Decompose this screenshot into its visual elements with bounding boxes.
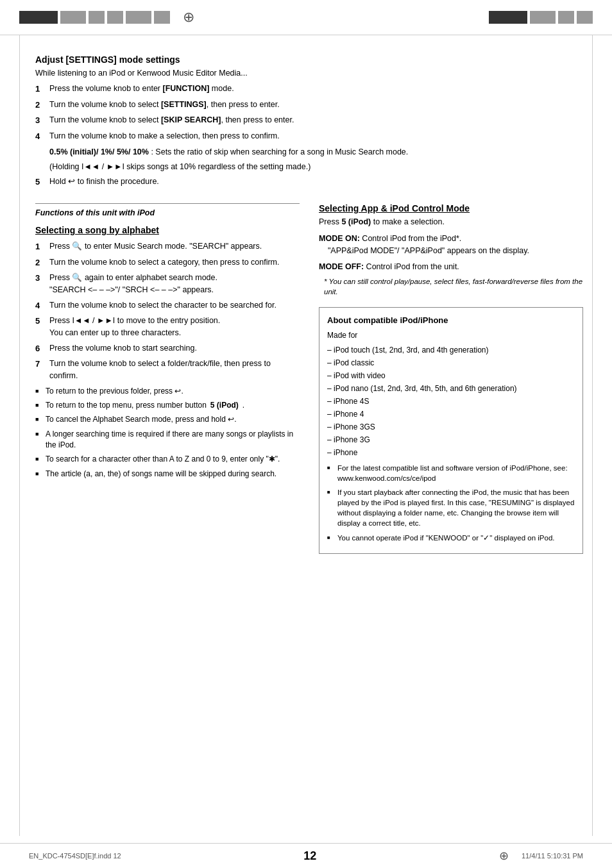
header-block [107, 11, 123, 24]
compat-device-list: iPod touch (1st, 2nd, 3rd, and 4th gener… [327, 344, 575, 459]
footer-file-label: EN_KDC-4754SD[E]f.indd 12 [29, 852, 121, 860]
compat-device: iPhone 3G [327, 433, 575, 446]
step-text: Press 🔍 to enter Music Search mode. "SEA… [49, 240, 300, 253]
footer-compass-icon: ⊕ [499, 849, 509, 863]
compat-device: iPod nano (1st, 2nd, 3rd, 4th, 5th, and … [327, 382, 575, 395]
app-instruction: Press 5 (iPod) to make a selection. [319, 217, 583, 226]
step4-holding: (Holding I◄◄ / ►►I skips songs at 10% re… [49, 161, 583, 173]
bullet-item: To return to the previous folder, press … [35, 386, 300, 397]
made-for-label: Made for [327, 330, 575, 341]
step-num: 2 [35, 256, 44, 269]
margin-line-right [592, 35, 593, 836]
header-block [126, 11, 151, 24]
step-num: 5 [35, 315, 44, 339]
right-column: Selecting App & iPod Control Mode Press … [319, 203, 583, 554]
song-step-6: 6 Press the volume knob to start searchi… [35, 342, 300, 355]
step-text: Turn the volume knob to select a categor… [49, 256, 300, 269]
song-step-4: 4 Turn the volume knob to select the cha… [35, 299, 300, 312]
header-bar: ⊕ [0, 0, 612, 35]
content-area: Adjust [SETTINGS] mode settings While li… [0, 35, 612, 843]
header-block [60, 11, 86, 24]
step-num: 6 [35, 342, 44, 355]
step-text: Hold ↩ to finish the procedure. [49, 176, 583, 188]
step-num: 1 [35, 240, 44, 253]
step-text: Press the volume knob to enter [FUNCTION… [49, 83, 583, 96]
step-num: 2 [35, 99, 44, 112]
selecting-song-steps: 1 Press 🔍 to enter Music Search mode. "S… [35, 240, 300, 382]
mode-off-label: MODE OFF: [319, 262, 364, 271]
margin-line-left [19, 35, 20, 836]
functions-header: Functions of this unit with iPod [35, 203, 300, 217]
adjust-settings-step5: 5 Hold ↩ to finish the procedure. [35, 176, 583, 188]
page-number: 12 [303, 849, 316, 863]
bullet-item: To return to the top menu, press number … [35, 400, 300, 411]
header-block [530, 11, 556, 24]
header-decoration-right [489, 11, 593, 24]
step-text: Press 🔍 again to enter alphabet search m… [49, 272, 300, 296]
compat-bullets: For the latest compatible list and softw… [327, 463, 575, 543]
selecting-app-title: Selecting App & iPod Control Mode [319, 203, 583, 213]
step-3: 3 Turn the volume knob to select [SKIP S… [35, 114, 583, 127]
footer-date-label: 11/4/11 5:10:31 PM [522, 852, 583, 860]
adjust-settings-section: Adjust [SETTINGS] mode settings While li… [35, 54, 583, 192]
header-block [19, 11, 58, 24]
selecting-app-section: Selecting App & iPod Control Mode Press … [319, 203, 583, 297]
compat-bullet: If you start playback after connecting t… [327, 487, 575, 528]
compat-device: iPhone 4 [327, 408, 575, 421]
compat-device: iPod classic [327, 356, 575, 369]
compat-bullet: For the latest compatible list and softw… [327, 463, 575, 483]
left-column: Functions of this unit with iPod Selecti… [35, 203, 300, 554]
bullet-item: The article (a, an, the) of songs name w… [35, 469, 300, 480]
compat-device: iPod with video [327, 369, 575, 382]
selecting-song-title: Selecting a song by alphabet [35, 225, 300, 235]
bullet-item: To cancel the Alphabet Search mode, pres… [35, 414, 300, 425]
step-num: 3 [35, 272, 44, 296]
step-num: 1 [35, 83, 44, 96]
two-col-layout: Functions of this unit with iPod Selecti… [35, 203, 583, 554]
header-block [489, 11, 527, 24]
step4-bold: 0.5% (initial)/ 1%/ 5%/ 10% [49, 147, 149, 156]
step-2: 2 Turn the volume knob to select [SETTIN… [35, 99, 583, 112]
step-5: 5 Hold ↩ to finish the procedure. [35, 176, 583, 188]
song-step-7: 7 Turn the volume knob to select a folde… [35, 358, 300, 382]
song-step-1: 1 Press 🔍 to enter Music Search mode. "S… [35, 240, 300, 253]
compat-box-title: About compatible iPod/iPhone [327, 314, 575, 327]
compat-device: iPhone [327, 446, 575, 459]
selecting-song-section: Selecting a song by alphabet 1 Press 🔍 t… [35, 225, 300, 480]
compat-device: iPhone 4S [327, 395, 575, 408]
step-text: Turn the volume knob to select the chara… [49, 299, 300, 312]
header-block [89, 11, 105, 24]
mode-note: * You can still control play/pause, sele… [324, 276, 583, 297]
step-num: 3 [35, 114, 44, 127]
step-text: Press I◄◄ / ►►I to move to the entry pos… [49, 315, 300, 339]
compat-bullet: You cannot operate iPod if "KENWOOD" or … [327, 533, 575, 543]
step-text: Turn the volume knob to select [SETTINGS… [49, 99, 583, 112]
step-text: Turn the volume knob to select [SKIP SEA… [49, 114, 583, 127]
adjust-settings-steps: 1 Press the volume knob to enter [FUNCTI… [35, 83, 583, 142]
step-4: 4 Turn the volume knob to make a selecti… [35, 130, 583, 143]
bullet-item: A longer searching time is required if t… [35, 429, 300, 451]
step-1: 1 Press the volume knob to enter [FUNCTI… [35, 83, 583, 96]
compat-box: About compatible iPod/iPhone Made for iP… [319, 307, 583, 553]
step-num: 4 [35, 130, 44, 143]
song-step-5: 5 Press I◄◄ / ►►I to move to the entry p… [35, 315, 300, 339]
compat-device: iPhone 3GS [327, 421, 575, 433]
step-text: Turn the volume knob to select a folder/… [49, 358, 300, 382]
step-num: 7 [35, 358, 44, 382]
adjust-settings-subtitle: While listening to an iPod or Kenwood Mu… [35, 69, 583, 78]
compass-icon: ⊕ [183, 9, 194, 26]
step-text: Turn the volume knob to make a selection… [49, 130, 583, 143]
header-block [558, 11, 574, 24]
step-num: 5 [35, 176, 44, 188]
bullet-item: To search for a character other than A t… [35, 454, 300, 465]
step4-detail: 0.5% (initial)/ 1%/ 5%/ 10% : Sets the r… [49, 146, 583, 158]
footer: EN_KDC-4754SD[E]f.indd 12 12 ⊕ 11/4/11 5… [0, 843, 612, 868]
functions-title: Functions of this unit with iPod [35, 208, 155, 217]
compat-device: iPod touch (1st, 2nd, 3rd, and 4th gener… [327, 344, 575, 356]
mode-on-label: MODE ON: [319, 234, 360, 243]
header-block [154, 11, 170, 24]
adjust-settings-title: Adjust [SETTINGS] mode settings [35, 54, 583, 65]
page: ⊕ Adjust [SETTINGS] mode settings While … [0, 0, 612, 868]
step-text: Press the volume knob to start searching… [49, 342, 300, 355]
song-step-3: 3 Press 🔍 again to enter alphabet search… [35, 272, 300, 296]
